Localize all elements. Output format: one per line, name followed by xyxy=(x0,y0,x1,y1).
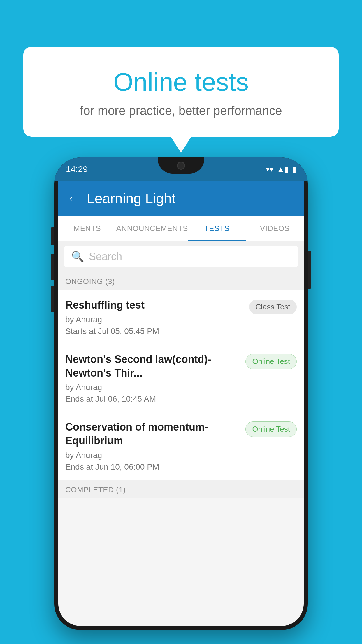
notch-cutout xyxy=(158,158,204,174)
app-header: ← Learning Light xyxy=(58,181,304,216)
front-camera xyxy=(177,162,185,170)
bubble-title: Online tests xyxy=(47,67,315,97)
phone-screen: ← Learning Light MENTS ANNOUNCEMENTS TES… xyxy=(58,181,304,626)
phone-power-button xyxy=(308,251,311,289)
tab-videos[interactable]: VIDEOS xyxy=(246,216,304,241)
test-name: Reshuffling test xyxy=(65,298,243,312)
test-name: Newton's Second law(contd)-Newton's Thir… xyxy=(65,353,240,380)
test-item[interactable]: Newton's Second law(contd)-Newton's Thir… xyxy=(58,344,304,412)
tab-ments[interactable]: MENTS xyxy=(58,216,116,241)
test-author: by Anurag xyxy=(65,315,243,324)
test-info: Reshuffling test by Anurag Starts at Jul… xyxy=(65,298,249,336)
test-info: Newton's Second law(contd)-Newton's Thir… xyxy=(65,353,245,404)
search-icon: 🔍 xyxy=(71,251,84,263)
test-item[interactable]: Conservation of momentum-Equilibrium by … xyxy=(58,412,304,480)
test-item[interactable]: Reshuffling test by Anurag Starts at Jul… xyxy=(58,290,304,344)
test-badge-online-2: Online Test xyxy=(245,421,297,437)
tabs-container: MENTS ANNOUNCEMENTS TESTS VIDEOS xyxy=(58,216,304,242)
wifi-icon: ▾▾ xyxy=(266,165,273,174)
test-date: Ends at Jul 06, 10:45 AM xyxy=(65,394,240,404)
battery-icon: ▮ xyxy=(292,165,296,174)
search-input[interactable]: Search xyxy=(89,251,122,263)
tab-tests[interactable]: TESTS xyxy=(188,216,246,241)
tab-announcements[interactable]: ANNOUNCEMENTS xyxy=(116,216,188,241)
test-badge-online: Online Test xyxy=(245,354,297,369)
tests-list: Reshuffling test by Anurag Starts at Jul… xyxy=(58,290,304,480)
status-bar: 14:29 ▾▾ ▲▮ ▮ xyxy=(54,158,308,181)
phone-container: 14:29 ▾▾ ▲▮ ▮ ← Learning Light xyxy=(54,158,308,630)
search-container: 🔍 Search xyxy=(58,242,304,272)
back-button[interactable]: ← xyxy=(67,191,80,206)
test-author: by Anurag xyxy=(65,383,240,392)
bubble-subtitle: for more practice, better performance xyxy=(47,104,315,118)
test-date: Starts at Jul 05, 05:45 PM xyxy=(65,327,243,336)
phone-frame: 14:29 ▾▾ ▲▮ ▮ ← Learning Light xyxy=(54,158,308,630)
speech-bubble-container: Online tests for more practice, better p… xyxy=(23,47,339,137)
test-badge-class: Class Test xyxy=(249,300,297,314)
completed-section-header: COMPLETED (1) xyxy=(58,480,304,498)
signal-icon: ▲▮ xyxy=(277,165,289,174)
speech-bubble: Online tests for more practice, better p… xyxy=(23,47,339,137)
status-icons: ▾▾ ▲▮ ▮ xyxy=(266,165,296,174)
phone-volume-down xyxy=(51,286,54,312)
phone-volume-silent xyxy=(51,228,54,245)
phone-volume-up xyxy=(51,254,54,280)
test-name: Conservation of momentum-Equilibrium xyxy=(65,420,240,448)
app-title: Learning Light xyxy=(87,190,175,206)
search-bar[interactable]: 🔍 Search xyxy=(64,246,298,267)
test-author: by Anurag xyxy=(65,451,240,460)
ongoing-section-header: ONGOING (3) xyxy=(58,272,304,290)
test-date: Ends at Jun 10, 06:00 PM xyxy=(65,462,240,472)
test-info: Conservation of momentum-Equilibrium by … xyxy=(65,420,245,472)
